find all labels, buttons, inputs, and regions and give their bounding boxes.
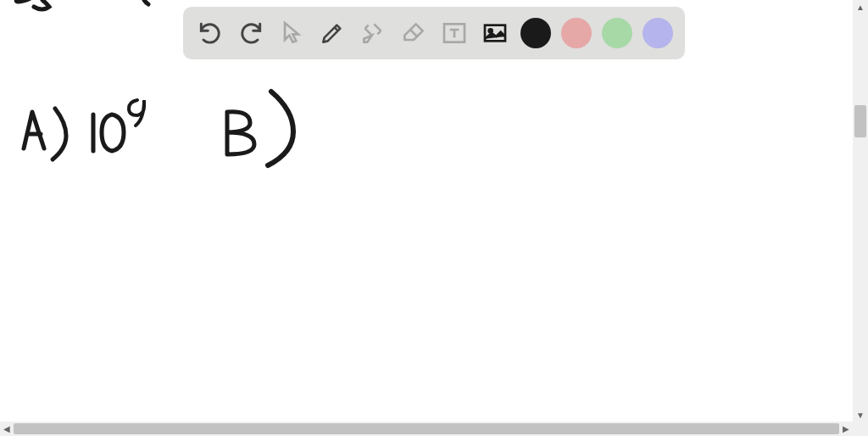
vertical-scrollbar[interactable]: ▲ ▼: [853, 0, 868, 422]
scroll-left-arrow-icon[interactable]: ◀: [0, 422, 14, 436]
scroll-corner: [853, 422, 868, 436]
color-black-button[interactable]: [520, 18, 551, 48]
scroll-right-arrow-icon[interactable]: ▶: [839, 422, 853, 436]
scroll-down-arrow-icon[interactable]: ▼: [853, 408, 868, 422]
pencil-tool-button[interactable]: [314, 14, 351, 52]
eraser-tool-button[interactable]: [395, 14, 432, 52]
pointer-tool-button[interactable]: [273, 14, 310, 52]
tools-settings-button[interactable]: [354, 14, 392, 52]
drawing-toolbar: [183, 7, 685, 59]
text-tool-button[interactable]: [436, 14, 473, 52]
horizontal-scrollbar-thumb[interactable]: [14, 423, 839, 434]
undo-button[interactable]: [192, 14, 229, 52]
scroll-up-arrow-icon[interactable]: ▲: [853, 0, 868, 14]
color-purple-button[interactable]: [643, 18, 673, 48]
canvas-area[interactable]: [0, 0, 852, 422]
color-green-button[interactable]: [602, 18, 632, 48]
color-pink-button[interactable]: [561, 18, 592, 48]
vertical-scrollbar-thumb[interactable]: [854, 105, 866, 137]
image-tool-button[interactable]: [476, 14, 514, 52]
handwriting-content: [0, 0, 852, 422]
horizontal-scrollbar[interactable]: ◀ ▶: [0, 422, 853, 436]
redo-button[interactable]: [232, 14, 270, 52]
